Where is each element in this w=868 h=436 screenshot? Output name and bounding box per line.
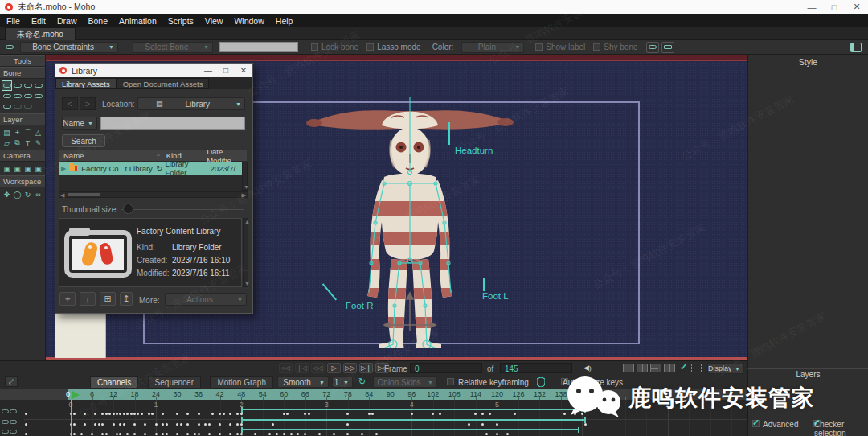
keyframe-dot[interactable] xyxy=(346,433,349,435)
keyframe-dot[interactable] xyxy=(481,413,484,415)
keyframe-dot[interactable] xyxy=(581,413,583,415)
flip-layer-tool[interactable]: ▱ xyxy=(2,138,11,147)
keyframe-dot[interactable] xyxy=(240,423,243,426)
shy-bone-checkbox[interactable] xyxy=(593,43,600,51)
scale-bone-tool[interactable] xyxy=(23,81,32,90)
keyframe-dot[interactable] xyxy=(219,433,221,435)
export-asset-button[interactable]: ↥ xyxy=(120,292,133,306)
keyframe-dot[interactable] xyxy=(105,413,108,415)
new-folder-button[interactable]: ⊞ xyxy=(100,292,116,306)
bone-color-dropdown[interactable]: Plain▼ xyxy=(461,42,524,53)
keyframe-dot[interactable] xyxy=(80,433,83,435)
select-bone-tool[interactable] xyxy=(2,81,11,90)
keyframe-dot[interactable] xyxy=(186,423,189,426)
menu-animation[interactable]: Animation xyxy=(119,16,157,26)
keyframe-dot[interactable] xyxy=(176,433,178,435)
keyframe-dot[interactable] xyxy=(98,423,100,426)
orbit-workspace-tool[interactable]: ∞ xyxy=(34,190,43,199)
keyframe-dot[interactable] xyxy=(361,433,363,435)
keyframe-dot[interactable] xyxy=(166,423,168,426)
close-button[interactable]: ✕ xyxy=(845,1,868,14)
name-filter-dropdown[interactable]: Name▼ xyxy=(62,117,97,130)
keyframe-dot[interactable] xyxy=(94,413,96,415)
keyframe-dot[interactable] xyxy=(236,423,239,426)
marquee-icon[interactable] xyxy=(691,364,702,372)
keyframe-dot[interactable] xyxy=(283,433,285,435)
pan-workspace-tool[interactable]: ✥ xyxy=(2,190,11,199)
shear-layer-tool[interactable]: △ xyxy=(34,128,43,137)
transform-layer-tool[interactable]: ▤ xyxy=(2,128,11,137)
channel-icon-row2[interactable] xyxy=(2,420,17,424)
add-to-library-button[interactable]: ＋ xyxy=(59,292,76,306)
keyframe-dot[interactable] xyxy=(91,433,93,435)
translate-bone-tool[interactable] xyxy=(13,81,22,90)
freehand-tool[interactable]: ✎ xyxy=(34,138,43,147)
keyframe-dot[interactable] xyxy=(144,423,146,426)
keyframe-dot[interactable] xyxy=(308,413,310,415)
keyframe-dot[interactable] xyxy=(297,433,299,435)
rotate-workspace-tool[interactable]: ↻ xyxy=(23,190,32,199)
pan-tilt-camera-tool[interactable]: ▣ xyxy=(34,164,43,173)
keyframe-dot[interactable] xyxy=(94,423,96,426)
keyframe-dot[interactable] xyxy=(186,413,189,415)
library-search-input[interactable] xyxy=(100,117,245,130)
refresh-icon[interactable]: ↻ xyxy=(156,164,165,173)
timeline-keyframe-area[interactable]: 01234567 xyxy=(0,400,747,436)
keyframe-dot[interactable] xyxy=(439,413,441,415)
library-search-button[interactable]: Search xyxy=(62,134,105,147)
playhead-triangle[interactable] xyxy=(72,391,80,399)
keyframe-dot[interactable] xyxy=(198,413,200,415)
keyframe-dot[interactable] xyxy=(119,413,121,415)
keyframe-dot[interactable] xyxy=(123,423,125,426)
reparent-bone-tool[interactable] xyxy=(13,92,22,101)
keyframe-dot[interactable] xyxy=(574,413,576,415)
library-title-bar[interactable]: Library — □ ✕ xyxy=(55,64,252,77)
zoom-workspace-tool[interactable]: ◯ xyxy=(13,190,22,199)
keyframe-dot[interactable] xyxy=(375,433,378,435)
menu-file[interactable]: File xyxy=(6,16,20,26)
keyframe-dot[interactable] xyxy=(73,433,76,435)
keyframe-dot[interactable] xyxy=(186,433,189,435)
keyframe-dot[interactable] xyxy=(304,433,306,435)
keyframe-dot[interactable] xyxy=(119,423,121,426)
keyframe-dot[interactable] xyxy=(176,423,178,426)
keyframe-dot[interactable] xyxy=(229,423,231,426)
import-asset-button[interactable]: ↓ xyxy=(80,292,96,306)
jump-start-button[interactable]: ❘◁ xyxy=(295,363,309,373)
timeline-tab-sequencer[interactable]: Sequencer xyxy=(148,376,201,389)
keyframe-dot[interactable] xyxy=(162,423,164,426)
keyframe-dot[interactable] xyxy=(236,433,239,435)
thumbnail-size-slider[interactable] xyxy=(121,209,244,210)
actions-dropdown[interactable]: Actions▼ xyxy=(165,293,247,306)
timeline-tab-channels[interactable]: Channels xyxy=(90,376,138,389)
menu-view[interactable]: View xyxy=(205,16,223,26)
keyframe-dot[interactable] xyxy=(73,423,76,426)
select-bone-dropdown[interactable]: Select Bone▼ xyxy=(133,42,213,53)
keyframe-dot[interactable] xyxy=(176,413,178,415)
menu-bone[interactable]: Bone xyxy=(88,16,108,26)
relative-keyframing-checkbox[interactable] xyxy=(447,378,454,385)
keyframe-dot[interactable] xyxy=(133,413,136,415)
bone-visibility-icon-button[interactable] xyxy=(646,42,659,53)
keyframe-dot[interactable] xyxy=(283,413,285,415)
lock-bone-checkbox[interactable] xyxy=(311,43,318,51)
keyframe-dot[interactable] xyxy=(180,423,182,426)
keyframe-dot[interactable] xyxy=(162,413,164,415)
keyframe-dot[interactable] xyxy=(105,433,108,435)
keyframe-dot[interactable] xyxy=(126,413,129,415)
keyframe-dot[interactable] xyxy=(272,423,274,426)
keyframe-dot[interactable] xyxy=(108,413,111,415)
keyframe-dot[interactable] xyxy=(204,423,207,426)
track-camera-tool[interactable]: ▣ xyxy=(2,164,11,173)
keyframe-dot[interactable] xyxy=(123,413,125,415)
onion-skins-dropdown[interactable]: Onion Skins▼ xyxy=(373,376,437,388)
duplicate-layer-tool[interactable]: ⧉ xyxy=(13,138,22,147)
keyframe-dot[interactable] xyxy=(290,433,293,435)
rotate-layer-tool[interactable]: ⌒ xyxy=(23,128,32,137)
keyframe-range-bracket[interactable] xyxy=(241,409,586,410)
tab-open-document-assets[interactable]: Open Document Assets xyxy=(117,78,210,89)
keyframe-dot[interactable] xyxy=(144,433,146,435)
step-forward-button[interactable]: ▷▷ xyxy=(343,363,357,373)
keyframe-range-bracket[interactable] xyxy=(241,429,579,430)
keyframe-dot[interactable] xyxy=(318,433,321,435)
